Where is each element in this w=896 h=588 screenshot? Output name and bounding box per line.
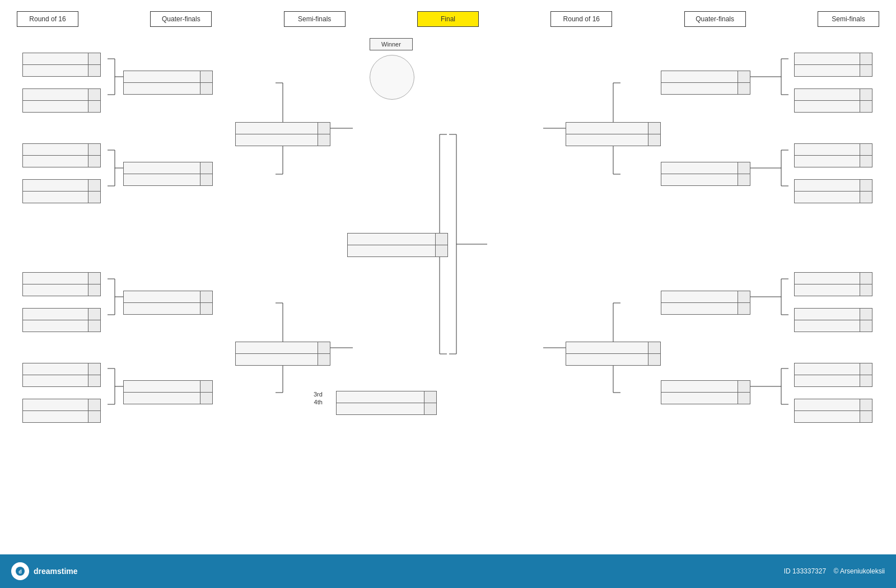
team-name	[347, 233, 436, 245]
left-r16-match6-team2	[22, 320, 101, 332]
team-name	[336, 391, 424, 403]
team-score	[436, 233, 448, 245]
left-r16-match8-team2	[22, 410, 101, 423]
right-r16-match7-team2	[794, 375, 872, 387]
team-score	[424, 403, 437, 415]
team-score	[200, 82, 213, 95]
right-r16-match1-team1	[794, 53, 872, 65]
team-name	[22, 143, 88, 156]
left-r16-match1-team2	[22, 64, 101, 77]
left-r16-match8-team1	[22, 399, 101, 411]
team-name	[794, 410, 860, 423]
right-r16-match8	[794, 399, 872, 423]
left-qf-match4-team1	[123, 380, 213, 393]
right-qf-match1	[661, 71, 750, 95]
right-r16-match1	[794, 53, 872, 77]
right-r16-match6-team1	[794, 308, 872, 320]
team-score	[860, 100, 872, 113]
team-name	[566, 342, 648, 354]
team-name	[22, 88, 88, 101]
right-r16-match4	[794, 179, 872, 203]
team-score	[648, 134, 661, 146]
right-r16-match3	[794, 143, 872, 167]
team-name	[22, 64, 88, 77]
left-sf-match2-team2	[235, 353, 330, 366]
team-score	[860, 320, 872, 332]
left-r16-match7-team2	[22, 375, 101, 387]
team-name	[22, 363, 88, 375]
team-name	[661, 380, 738, 393]
team-score	[318, 134, 330, 146]
team-name	[794, 155, 860, 167]
team-name	[123, 380, 200, 393]
team-name	[794, 100, 860, 113]
left-r16-match5-team2	[22, 284, 101, 296]
team-score	[738, 302, 750, 315]
team-name	[22, 320, 88, 332]
footer-logo: d dreamstime	[11, 562, 78, 580]
team-name	[22, 100, 88, 113]
team-name	[347, 245, 436, 257]
team-name	[22, 375, 88, 387]
team-score	[860, 64, 872, 77]
right-qf-match3-team1	[661, 291, 750, 303]
team-score	[88, 155, 101, 167]
final-slot-team2	[347, 245, 448, 257]
team-score	[88, 410, 101, 423]
team-name	[794, 375, 860, 387]
right-qf-match4-team2	[661, 392, 750, 404]
team-score	[200, 380, 213, 393]
team-score	[88, 375, 101, 387]
team-name	[123, 71, 200, 83]
left-r16-match3-team2	[22, 155, 101, 167]
team-name	[235, 134, 318, 146]
team-score	[860, 308, 872, 320]
left-qf-match2-team1	[123, 162, 213, 174]
left-qf-match1-team2	[123, 82, 213, 95]
team-score	[88, 64, 101, 77]
team-score	[200, 162, 213, 174]
right-r16-match5	[794, 272, 872, 296]
team-score	[88, 272, 101, 284]
team-name	[235, 342, 318, 354]
left-r16-match5	[22, 272, 101, 296]
right-sf-match1-team1	[566, 122, 661, 134]
left-r16-match1	[22, 53, 101, 77]
right-sf-match1	[566, 122, 661, 146]
footer-id: ID 133337327 © Arseniukoleksii	[784, 567, 885, 575]
left-r16-match2-team1	[22, 88, 101, 101]
team-name	[22, 155, 88, 167]
team-score	[318, 353, 330, 366]
final-label: Final	[417, 11, 479, 27]
team-score	[318, 342, 330, 354]
left-sf-match1-team1	[235, 122, 330, 134]
svg-text:d: d	[18, 569, 22, 575]
team-score	[88, 100, 101, 113]
bracket-lines	[11, 32, 885, 503]
left-qf-match1	[123, 71, 213, 95]
left-sf-label: Semi-finals	[284, 11, 346, 27]
team-score	[648, 353, 661, 366]
team-name	[22, 308, 88, 320]
trophy-circle	[370, 55, 414, 100]
team-name	[123, 82, 200, 95]
team-name	[235, 353, 318, 366]
right-qf-match1-team2	[661, 82, 750, 95]
team-score	[738, 392, 750, 404]
left-r16-match3-team1	[22, 143, 101, 156]
left-qf-match3-team2	[123, 302, 213, 315]
dreamstime-text: dreamstime	[34, 567, 78, 576]
team-score	[88, 308, 101, 320]
right-r16-match4-team2	[794, 191, 872, 203]
right-qf-match4-team1	[661, 380, 750, 393]
team-score	[860, 272, 872, 284]
left-qf-match2-team2	[123, 174, 213, 186]
left-r16-match2-team2	[22, 100, 101, 113]
team-score	[738, 380, 750, 393]
right-sf-match2-team1	[566, 342, 661, 354]
team-score	[860, 53, 872, 65]
team-score	[860, 179, 872, 192]
team-score	[738, 162, 750, 174]
team-score	[648, 122, 661, 134]
team-name	[794, 399, 860, 411]
